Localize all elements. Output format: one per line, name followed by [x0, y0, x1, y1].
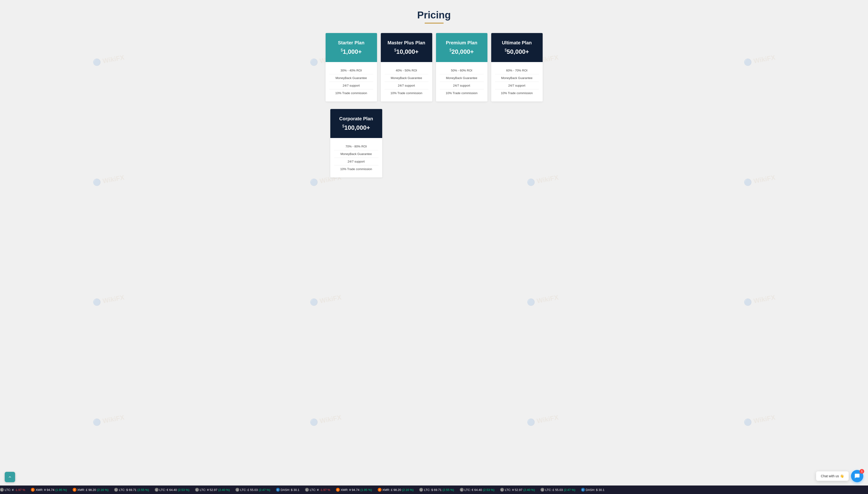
plan-feature: 24/7 support [334, 158, 378, 165]
plan-header-corporate: Corporate Plan $100,000+ [330, 109, 382, 138]
chat-button[interactable]: 1 [851, 470, 863, 482]
coin-icon: L [500, 488, 504, 492]
ticker-label: LTC: ¥ [310, 488, 319, 492]
plan-price-starter: $1,000+ [329, 48, 373, 55]
plan-feature: 10% Trade commission [440, 90, 484, 97]
main-content: Pricing Starter Plan $1,000+ 30% - 40% R… [321, 0, 547, 196]
coin-icon: L [114, 488, 118, 492]
plan-feature: 24/7 support [495, 82, 539, 90]
ticker-change: (2.16 %) [402, 488, 414, 492]
coin-icon: L [419, 488, 423, 492]
plan-features-starter: 30% - 40% ROIMoneyBack Guarantee24/7 sup… [326, 62, 377, 101]
ticker-change: (2.55 %) [442, 488, 454, 492]
ticker-label: LTC: $ 69.71 [119, 488, 136, 492]
plan-price-ultimate: $50,000+ [495, 48, 539, 55]
ticker-label: LTC: ¥ [5, 488, 14, 492]
ticker-change: -1.97 % [320, 488, 330, 492]
ticker-label: XMR: ¥ 94.74 [36, 488, 55, 492]
watermark-15: 🔵 WikiFX [425, 342, 660, 494]
plan-name-corporate: Corporate Plan [334, 116, 378, 122]
plan-feature: 24/7 support [329, 82, 373, 90]
plan-header-master-plus: Master Plus Plan $10,000+ [381, 33, 432, 62]
ticker-label: XMR: £ 98.20 [77, 488, 96, 492]
ticker-label: LTC: $ 69.71 [424, 488, 441, 492]
ticker-item: X XMR: £ 98.20 (2.16 %) [73, 488, 109, 492]
plan-feature: MoneyBack Guarantee [329, 74, 373, 82]
ticker-item: L LTC: £ 55.03 (2.47 %) [235, 488, 270, 492]
coin-icon: L [235, 488, 239, 492]
ticker-item: L LTC: € 64.40 (2.53 %) [460, 488, 494, 492]
watermark-5: 🔵 WikiFX [0, 102, 226, 258]
plan-feature: 24/7 support [384, 82, 429, 90]
watermark-10: 🔵 WikiFX [208, 222, 443, 378]
coin-icon: L [460, 488, 464, 492]
plan-feature: 30% - 40% ROI [329, 67, 373, 74]
ticker-item: X XMR: ¥ 94.74 (1.95 %) [336, 488, 372, 492]
ticker-label: DASH: $ 30.1 [281, 488, 300, 492]
plan-feature: 70% - 80% ROI [334, 143, 378, 150]
plans-row: Starter Plan $1,000+ 30% - 40% ROIMoneyB… [326, 33, 543, 101]
watermark-11: 🔵 WikiFX [425, 222, 660, 378]
ticker-change: (2.40 %) [218, 488, 230, 492]
coin-icon: L [0, 488, 4, 492]
ticker-change: (2.47 %) [259, 488, 270, 492]
coin-icon: D [581, 488, 585, 492]
watermark-4: 🔵 WikiFX [642, 0, 868, 138]
watermark-8: 🔵 WikiFX [642, 102, 868, 258]
ticker-change: (2.55 %) [137, 488, 149, 492]
scroll-top-button[interactable] [5, 472, 15, 482]
watermark-14: 🔵 WikiFX [208, 342, 443, 494]
plan-feature: 10% Trade commission [384, 90, 429, 97]
ticker-label: LTC: ¥ 52.97 [505, 488, 522, 492]
ticker-label: LTC: £ 55.03 [240, 488, 258, 492]
coin-icon: L [155, 488, 158, 492]
coin-icon: D [276, 488, 280, 492]
coin-icon: X [378, 488, 381, 492]
ticker-item: L LTC: ¥ -1.97 % [305, 488, 330, 492]
coin-icon: X [336, 488, 340, 492]
plan-header-ultimate: Ultimate Plan $50,000+ [491, 33, 543, 62]
coin-icon: L [305, 488, 309, 492]
coin-icon: X [31, 488, 35, 492]
plan-name-premium: Premium Plan [440, 40, 484, 46]
plan-card-master-plus[interactable]: Master Plus Plan $10,000+ 40% - 50% ROIM… [381, 33, 432, 101]
coin-icon: X [73, 488, 76, 492]
plan-header-premium: Premium Plan $20,000+ [436, 33, 487, 62]
chevron-up-icon [7, 475, 12, 479]
plan-card-corporate[interactable]: Corporate Plan $100,000+ 70% - 80% ROIMo… [330, 109, 382, 177]
plan-features-premium: 50% - 60% ROIMoneyBack Guarantee24/7 sup… [436, 62, 487, 101]
ticker-item: D DASH: $ 30.1 [581, 488, 605, 492]
ticker-change: (1.95 %) [55, 488, 67, 492]
ticker-label: LTC: € 64.40 [159, 488, 177, 492]
plan-name-master-plus: Master Plus Plan [384, 40, 429, 46]
watermark-12: 🔵 WikiFX [642, 222, 868, 378]
watermark-13: 🔵 WikiFX [0, 342, 226, 494]
plan-name-starter: Starter Plan [329, 40, 373, 46]
plan-card-ultimate[interactable]: Ultimate Plan $50,000+ 60% - 70% ROIMone… [491, 33, 543, 101]
plan-feature: MoneyBack Guarantee [334, 150, 378, 158]
ticker-label: XMR: ¥ 94.74 [341, 488, 360, 492]
page-title: Pricing [326, 10, 543, 21]
ticker-change: -1.97 % [15, 488, 25, 492]
plan-card-starter[interactable]: Starter Plan $1,000+ 30% - 40% ROIMoneyB… [326, 33, 377, 101]
ticker-change: (2.47 %) [564, 488, 575, 492]
chat-bubble[interactable]: Chat with us 👋 [816, 471, 849, 481]
ticker-label: LTC: € 64.40 [465, 488, 482, 492]
plan-feature: MoneyBack Guarantee [440, 74, 484, 82]
ticker-item: D DASH: $ 30.1 [276, 488, 300, 492]
plan-card-premium[interactable]: Premium Plan $20,000+ 50% - 60% ROIMoney… [436, 33, 487, 101]
watermark-9: 🔵 WikiFX [0, 222, 226, 378]
ticker-item: L LTC: $ 69.71 (2.55 %) [114, 488, 149, 492]
plan-feature: 50% - 60% ROI [440, 67, 484, 74]
ticker-label: LTC: £ 55.03 [545, 488, 563, 492]
ticker-inner: L LTC: ¥ -1.97 % X XMR: ¥ 94.74 (1.95 %)… [0, 488, 610, 492]
ticker-label: XMR: £ 98.20 [382, 488, 401, 492]
corporate-row: Corporate Plan $100,000+ 70% - 80% ROIMo… [326, 109, 543, 177]
coin-icon: L [541, 488, 544, 492]
ticker-item: X XMR: ¥ 94.74 (1.95 %) [31, 488, 67, 492]
plan-feature: 24/7 support [440, 82, 484, 90]
plan-feature: 10% Trade commission [329, 90, 373, 97]
ticker-item: X XMR: £ 98.20 (2.16 %) [378, 488, 414, 492]
ticker-change: (1.95 %) [360, 488, 372, 492]
plan-feature: 10% Trade commission [495, 90, 539, 97]
